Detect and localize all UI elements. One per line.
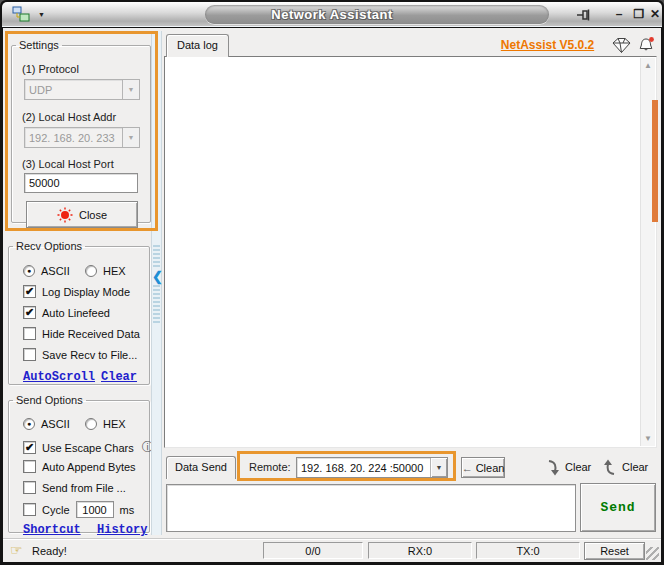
save-recv-to-file-check-icon	[23, 348, 36, 361]
tx-count-panel: TX:0	[476, 542, 580, 559]
resize-grip[interactable]	[646, 547, 659, 560]
close-connection-button[interactable]: Close	[26, 201, 138, 228]
tab-data-send[interactable]: Data Send	[166, 456, 236, 479]
remote-value: 192. 168. 20. 224 :50000	[297, 462, 430, 474]
auto-linefeed-checkbox[interactable]: ✔ Auto Linefeed	[23, 306, 110, 319]
hide-received-data-check-icon	[23, 327, 36, 340]
rx-count-panel: RX:0	[368, 542, 472, 559]
send-data-input[interactable]	[166, 484, 576, 532]
send-from-file-check-icon	[23, 481, 36, 494]
send-button[interactable]: Send	[580, 483, 656, 532]
send-ascii-radio[interactable]: ● ASCII	[23, 418, 70, 430]
clear-down-arrow-icon	[546, 459, 560, 476]
recv-hex-radio[interactable]: HEX	[85, 265, 126, 277]
recv-ascii-label: ASCII	[41, 265, 70, 277]
status-ready-text: Ready!	[32, 545, 67, 557]
use-escape-chars-label: Use Escape Chars	[42, 442, 134, 454]
local-addr-select[interactable]: 192. 168. 20. 233 ▼	[24, 127, 140, 148]
hide-received-data-label: Hide Received Data	[42, 328, 140, 340]
close-window-button[interactable]: ✕	[646, 6, 664, 24]
reset-button[interactable]: Reset	[584, 542, 645, 560]
clear-send-button[interactable]: Clear	[603, 457, 648, 477]
protocol-select[interactable]: UDP ▼	[24, 79, 140, 100]
pointing-hand-icon: ☞	[10, 542, 23, 558]
send-hex-radio[interactable]: HEX	[85, 418, 126, 430]
clear-recv-label: Clear	[565, 461, 591, 473]
splitter-texture	[153, 245, 160, 325]
clear-send-label: Clear	[622, 461, 648, 473]
sidebar-splitter[interactable]: ❮	[151, 31, 162, 535]
collapse-chevron-icon[interactable]: ❮	[152, 269, 161, 284]
log-display-mode-check-icon: ✔	[23, 285, 36, 298]
settings-legend: Settings	[16, 39, 62, 51]
pin-icon[interactable]	[576, 8, 592, 22]
send-options-group: Send Options ● ASCII HEX ✔ Use Escape Ch…	[8, 394, 150, 533]
minimize-button[interactable]: –	[610, 6, 628, 24]
auto-append-bytes-checkbox[interactable]: Auto Append Bytes	[23, 460, 136, 473]
autoscroll-link[interactable]: AutoScroll	[23, 370, 95, 384]
connection-status-icon	[57, 207, 73, 223]
clean-button[interactable]: ← Clean	[461, 457, 505, 478]
status-bar: ☞ Ready! 0/0 RX:0 TX:0 Reset	[3, 538, 661, 562]
recv-options-group: Recv Options ● ASCII HEX ✔ Log Display M…	[8, 240, 150, 385]
clean-label: Clean	[476, 462, 505, 474]
send-from-file-label: Send from File ...	[42, 482, 126, 494]
app-window: ▼ Network Assistant – ❒ ✕ Settings (1) P…	[0, 0, 664, 565]
send-hex-label: HEX	[103, 418, 126, 430]
cycle-checkbox[interactable]: Cycle ms	[23, 501, 134, 518]
right-edge-highlight	[652, 100, 658, 222]
local-addr-dropdown-icon[interactable]: ▼	[122, 128, 139, 147]
netassist-version-link[interactable]: NetAssist V5.0.2	[500, 38, 595, 52]
cycle-interval-input[interactable]	[76, 501, 114, 518]
hide-received-data-checkbox[interactable]: Hide Received Data	[23, 327, 140, 340]
recv-options-legend: Recv Options	[13, 240, 85, 252]
auto-append-bytes-check-icon	[23, 460, 36, 473]
remote-label: Remote:	[249, 461, 291, 473]
window-title: Network Assistant	[2, 2, 662, 27]
data-log-area[interactable]: ▲ ▼	[164, 56, 657, 448]
local-addr-label: (2) Local Host Addr	[22, 111, 116, 123]
tab-data-log[interactable]: Data log	[166, 34, 229, 57]
clear-up-arrow-icon	[603, 459, 617, 476]
protocol-dropdown-icon[interactable]: ▼	[122, 80, 139, 99]
diamond-icon[interactable]	[611, 37, 632, 54]
history-link[interactable]: History	[97, 523, 147, 537]
local-port-input[interactable]	[24, 173, 138, 193]
cycle-label: Cycle	[42, 504, 70, 516]
settings-group: Settings (1) Protocol UDP ▼ (2) Local Ho…	[11, 39, 151, 223]
log-display-mode-checkbox[interactable]: ✔ Log Display Mode	[23, 285, 130, 298]
save-recv-to-file-checkbox[interactable]: Save Recv to File...	[23, 348, 137, 361]
cycle-check-icon	[23, 503, 36, 516]
remote-select[interactable]: 192. 168. 20. 224 :50000 ▼	[296, 457, 448, 478]
bell-icon[interactable]	[637, 36, 656, 54]
log-display-mode-label: Log Display Mode	[42, 286, 130, 298]
clear-recv-button[interactable]: Clear	[546, 457, 591, 477]
auto-linefeed-label: Auto Linefeed	[42, 307, 110, 319]
send-hex-radio-icon	[85, 418, 97, 430]
send-from-file-checkbox[interactable]: Send from File ...	[23, 481, 126, 494]
recv-clear-link[interactable]: Clear	[101, 370, 137, 384]
auto-linefeed-check-icon: ✔	[23, 306, 36, 319]
protocol-label: (1) Protocol	[22, 63, 79, 75]
close-connection-label: Close	[79, 209, 107, 221]
send-ascii-radio-icon: ●	[23, 418, 35, 430]
scrollbar-down-icon[interactable]: ▼	[641, 434, 655, 443]
scrollbar-up-icon[interactable]: ▲	[641, 61, 655, 70]
local-addr-value: 192. 168. 20. 233	[25, 132, 122, 144]
shortcut-link[interactable]: Shortcut	[23, 523, 81, 537]
send-button-label: Send	[600, 500, 635, 515]
packet-count-panel: 0/0	[263, 542, 363, 559]
auto-append-bytes-label: Auto Append Bytes	[42, 461, 136, 473]
recv-ascii-radio[interactable]: ● ASCII	[23, 265, 70, 277]
left-arrow-icon: ←	[462, 462, 473, 474]
recv-hex-radio-icon	[85, 265, 97, 277]
use-escape-chars-checkbox[interactable]: ✔ Use Escape Chars ⓘ	[23, 439, 154, 456]
cycle-unit-label: ms	[120, 504, 135, 516]
save-recv-to-file-label: Save Recv to File...	[42, 349, 137, 361]
protocol-value: UDP	[25, 84, 122, 96]
title-bar[interactable]: ▼ Network Assistant – ❒ ✕	[2, 2, 662, 27]
notification-dot	[649, 37, 654, 42]
use-escape-chars-check-icon: ✔	[23, 441, 36, 454]
recv-ascii-radio-icon: ●	[23, 265, 35, 277]
remote-dropdown-icon[interactable]: ▼	[430, 458, 447, 477]
